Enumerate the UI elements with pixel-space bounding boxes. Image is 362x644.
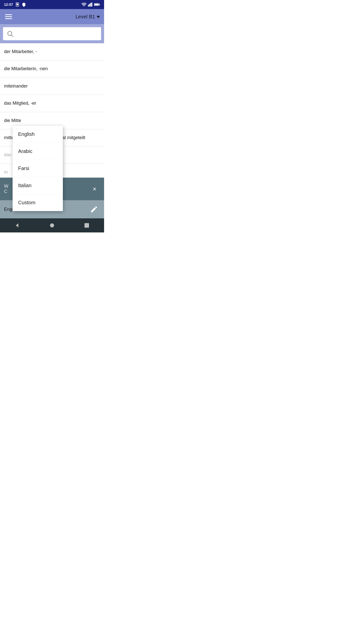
wifi-icon <box>81 3 86 7</box>
svg-rect-14 <box>84 223 89 228</box>
dropdown-item-custom[interactable]: Custom <box>13 194 63 211</box>
search-container <box>0 24 104 43</box>
back-icon <box>14 222 20 228</box>
svg-rect-8 <box>94 4 99 5</box>
svg-line-11 <box>11 35 13 36</box>
dropdown-item-english[interactable]: English <box>13 126 63 143</box>
list-item[interactable]: das Mitglied, -er <box>0 95 104 112</box>
recent-apps-button[interactable] <box>80 220 94 231</box>
svg-rect-3 <box>88 5 89 7</box>
svg-point-2 <box>84 6 84 7</box>
back-button[interactable] <box>10 220 24 231</box>
list-item[interactable]: der Mitarbeiter, - <box>0 43 104 60</box>
svg-rect-5 <box>90 3 91 7</box>
toolbar: Level B1 <box>0 9 104 24</box>
search-box[interactable] <box>3 27 101 40</box>
signal-icon <box>88 3 93 7</box>
close-icon: × <box>93 185 96 193</box>
level-label: Level B1 <box>75 14 95 20</box>
home-button[interactable] <box>45 220 59 231</box>
nav-bar <box>0 218 104 232</box>
list-item[interactable]: miteinander <box>0 78 104 95</box>
status-bar-right <box>81 3 100 7</box>
level-dropdown-arrow <box>97 16 100 18</box>
svg-rect-6 <box>91 3 92 7</box>
hamburger-button[interactable] <box>4 13 13 20</box>
hamburger-line-3 <box>5 18 12 19</box>
edit-button[interactable] <box>88 203 100 215</box>
svg-rect-4 <box>89 4 90 7</box>
level-dropdown[interactable]: Level B1 <box>75 14 100 20</box>
status-bar-left: 12:07 <box>4 2 26 7</box>
close-button[interactable]: × <box>89 183 100 194</box>
search-icon <box>7 30 14 37</box>
svg-marker-12 <box>16 223 18 227</box>
svg-rect-9 <box>99 4 100 5</box>
home-icon <box>49 222 55 228</box>
svg-point-13 <box>50 223 54 227</box>
recent-apps-icon <box>84 223 89 228</box>
language-dropdown-popup: English Arabic Farsi Italian Custom <box>13 126 63 211</box>
edit-icon <box>90 205 98 213</box>
svg-rect-1 <box>17 4 18 6</box>
sim-icon <box>15 2 20 7</box>
hamburger-line-1 <box>5 14 12 15</box>
shield-icon <box>22 2 26 7</box>
search-input[interactable] <box>16 31 98 36</box>
status-bar: 12:07 <box>0 0 104 9</box>
list-item[interactable]: die Mitarbeiterin, -nen <box>0 60 104 77</box>
hamburger-line-2 <box>5 16 12 17</box>
dropdown-item-italian[interactable]: Italian <box>13 177 63 194</box>
battery-icon <box>94 3 100 6</box>
time-display: 12:07 <box>4 3 13 7</box>
dropdown-item-arabic[interactable]: Arabic <box>13 143 63 160</box>
dropdown-item-farsi[interactable]: Farsi <box>13 160 63 177</box>
